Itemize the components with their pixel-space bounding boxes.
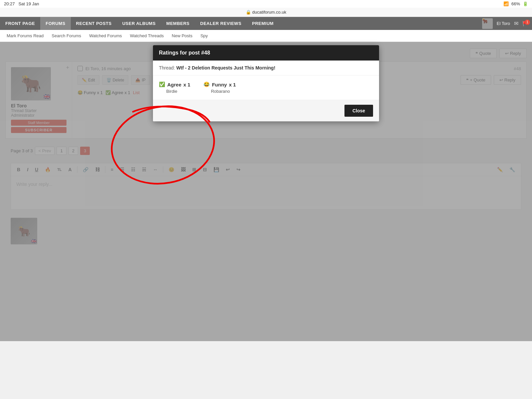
url-bar[interactable]: 🔒 ducatiforum.co.uk [0,8,532,17]
nav-dealer-reviews[interactable]: DEALER REVIEWS [195,17,247,30]
agree-label: ✅ Agree x 1 [159,81,190,87]
sub-nav: Mark Forums Read Search Forums Watched F… [0,30,532,42]
subnav-watched-forums[interactable]: Watched Forums [85,30,126,42]
agree-check-icon: ✅ [159,81,165,87]
nav-forums[interactable]: FORUMS [40,17,70,30]
funny-count: x 1 [229,82,236,87]
funny-rating: 😂 Funny x 1 Robarano [203,81,236,94]
ratings-modal: Ratings for post #48 Thread: Wtf - 2 Del… [153,45,379,121]
nav-premium[interactable]: PREMIUM [247,17,279,30]
lock-icon: 🔒 [246,10,251,15]
url-text: ducatiforum.co.uk [252,10,287,15]
notification-badge: 1 [525,20,530,25]
subnav-search-forums[interactable]: Search Forums [48,30,85,42]
subnav-watched-threads[interactable]: Watched Threads [126,30,168,42]
nav-recent-posts[interactable]: RECENT POSTS [71,17,117,30]
funny-label: 😂 Funny x 1 [203,81,236,87]
agree-text: Agree [167,82,182,87]
agree-user: Birdie [159,89,190,94]
subnav-new-posts[interactable]: New Posts [168,30,197,42]
content-area: ❝ Quote ↩ Reply 🐂 🇬🇧 + El Toro Thread St… [0,42,532,341]
battery-indicator: 66% [511,1,520,6]
main-nav: FRONT PAGE FORUMS RECENT POSTS USER ALBU… [0,17,532,30]
subnav-spy[interactable]: Spy [197,30,212,42]
thread-label: Thread: [159,65,175,70]
status-time: 20:27 Sat 19 Jan [4,1,39,6]
thread-title: Wtf - 2 Deletion Requests Just This Morn… [176,65,275,70]
mail-icon[interactable]: ✉ [514,20,518,27]
nav-user-albums[interactable]: USER ALBUMS [117,17,161,30]
battery-icon: 🔋 [523,1,528,6]
modal-footer: Close [153,100,379,121]
funny-text: Funny [212,82,227,87]
nav-user-area: 🐂 El Toro ✉ 🚩 1 [478,18,532,29]
modal-ratings: ✅ Agree x 1 Birdie 😂 Funny x 1 Robarano [153,75,379,100]
close-modal-button[interactable]: Close [344,105,373,117]
funny-emoji-icon: 😂 [203,81,210,87]
modal-thread: Thread: Wtf - 2 Deletion Requests Just T… [153,61,379,75]
status-bar: 20:27 Sat 19 Jan 📶 66% 🔋 [0,0,532,8]
funny-user: Robarano [203,89,236,94]
nav-members[interactable]: MEMBERS [161,17,195,30]
subnav-mark-forums-read[interactable]: Mark Forums Read [3,30,48,42]
modal-header: Ratings for post #48 [153,45,379,61]
wifi-icon: 📶 [503,1,509,6]
agree-rating: ✅ Agree x 1 Birdie [159,81,190,94]
modal-title: Ratings for post #48 [159,50,210,56]
notification-flag[interactable]: 🚩 1 [522,21,528,26]
agree-count: x 1 [184,82,191,87]
nav-avatar[interactable]: 🐂 [482,18,493,29]
nav-username: El Toro [497,21,510,26]
nav-front-page[interactable]: FRONT PAGE [0,17,40,30]
